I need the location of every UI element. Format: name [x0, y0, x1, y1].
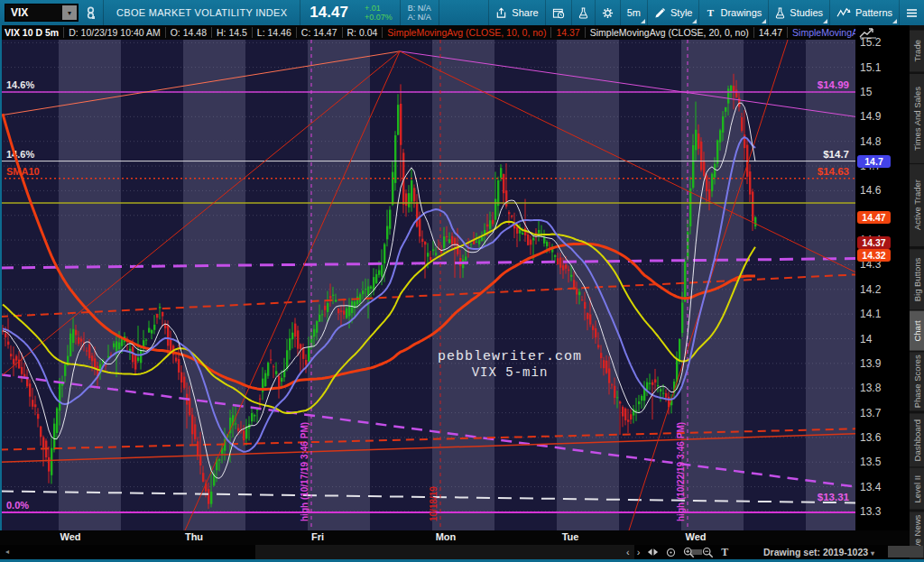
ask-value: A: N/A — [408, 13, 431, 22]
price-tick: 13.4 — [860, 481, 881, 493]
gadget-tab-dashboard[interactable]: Dashboard — [910, 413, 924, 466]
watermark-line2: VIX 5-min — [472, 365, 549, 380]
zoom-in-icon[interactable] — [683, 547, 695, 558]
price-tick: 15.1 — [860, 61, 881, 74]
chart-header: VIX 10 D 5m D: 10/23/19 10:40 AMO: 14.48… — [0, 25, 855, 40]
gear-icon — [602, 7, 614, 19]
level-label-left: 0.0% — [6, 500, 29, 511]
level-label-left: 14.6% — [6, 79, 34, 90]
drawing-set-label: Drawing set: 2019-1023 — [763, 547, 868, 557]
zoom-out-icon[interactable] — [702, 547, 714, 558]
study-value: 14.47 — [754, 27, 788, 38]
price-tick: 13.9 — [860, 357, 881, 370]
change-percent: +0.07% — [365, 13, 393, 22]
hamburger-icon — [906, 8, 918, 18]
toolbar-buttons: Share5mStyleTDrawingsStudiesPatterns — [488, 0, 924, 25]
pattern-icon — [836, 7, 851, 19]
symbol-dropdown-button[interactable]: ▾ — [62, 5, 77, 20]
thinkorswim-chart-window: { "icons": { "dropdown_arrow": "▾", "pan… — [0, 0, 924, 562]
timeframe-button[interactable]: 5m — [620, 0, 647, 25]
level-label-right: $14.99 — [818, 79, 849, 90]
brush-icon — [654, 7, 666, 19]
symbol-description: CBOE MARKET VOLATILITY INDEX — [104, 7, 300, 18]
symbol-value: VIX — [5, 6, 62, 19]
calendar-clock-icon — [552, 7, 565, 19]
price-annotation: $13.31 — [818, 492, 850, 502]
ohlc-field: D: 10/23/19 10:40 AM — [64, 27, 166, 38]
pan-left-icon[interactable]: ◂ — [5, 548, 9, 556]
study-value: 14.37 — [551, 27, 585, 38]
button-label: Patterns — [855, 7, 892, 18]
level-label-right: $14.7 — [823, 149, 849, 160]
drawings-button[interactable]: TDrawings — [698, 0, 768, 25]
price-badge: 14.7 — [857, 155, 891, 168]
studies-button[interactable]: Studies — [768, 0, 829, 25]
step-right-icon[interactable]: › — [637, 546, 641, 558]
calendar-button[interactable] — [545, 0, 571, 25]
price-tick: 14.1 — [860, 308, 881, 320]
patterns-button[interactable]: Patterns — [829, 0, 899, 25]
ohlc-field: R: 0.04 — [343, 27, 383, 38]
crosshair-icon[interactable] — [666, 548, 676, 557]
time-axis-label: Wed — [685, 531, 706, 542]
time-axis[interactable]: WedThuFriMonTueWed — [0, 530, 910, 545]
gadget-tab-chart[interactable]: Chart — [910, 311, 924, 351]
price-tick: 13.6 — [860, 431, 881, 444]
price-change: +.01 +0.07% — [357, 4, 400, 22]
price-badge: 14.37 — [857, 236, 891, 249]
ohlc-field: C: 14.47 — [297, 27, 343, 38]
time-axis-label: Fri — [311, 531, 324, 542]
gadget-tab-active-trader[interactable]: Active Trader — [910, 164, 924, 246]
share-button[interactable]: Share — [488, 0, 544, 25]
gadget-tab-times-and-sales[interactable]: Times And Sales — [910, 74, 924, 163]
price-tick: 13.5 — [860, 456, 881, 468]
price-tick: 14.9 — [860, 110, 881, 123]
price-axis[interactable]: 15.215.11514.914.814.714.614.514.414.314… — [855, 25, 910, 545]
horizontal-scrollbar[interactable] — [255, 545, 634, 559]
vertical-marker-label: high (10/17/19 3:46 PM) — [300, 422, 310, 521]
study-label: SimpleMovingAvg (CLOSE, 20, 0, no) — [586, 27, 754, 38]
analyze-button[interactable] — [571, 0, 595, 25]
gadget-tab-phase-scores[interactable]: Phase Scores — [910, 352, 924, 410]
chart-bottom-toolbar: ◂ ‹›T Drawing set: 2019-1023 ▾ — [0, 545, 910, 559]
symbol-input[interactable]: VIX ▾ — [5, 4, 79, 22]
ohlc-field: L: 14.46 — [253, 27, 297, 38]
gadget-tab-strip: TradeTimes And SalesActive TraderBig But… — [910, 25, 924, 559]
divider — [439, 0, 439, 25]
watermark-line1: pebblewriter.com — [438, 349, 582, 364]
flask-icon — [578, 7, 588, 19]
study-labels: SimpleMovingAvg (CLOSE, 10, 0, no)14.37S… — [383, 27, 855, 38]
settings-button[interactable] — [595, 0, 620, 25]
price-tick: 13.8 — [860, 382, 881, 394]
time-axis-label: Thu — [185, 531, 203, 542]
session-band — [308, 40, 370, 530]
time-axis-label: Mon — [436, 531, 457, 542]
gadget-tab-trade[interactable]: Trade — [910, 31, 924, 72]
text-tool-icon[interactable]: T — [721, 546, 728, 559]
scrollbar-corner — [888, 546, 923, 557]
session-band — [183, 40, 245, 530]
style-button[interactable]: Style — [647, 0, 698, 25]
vertical-marker-label: high (10/22/19 3:46 PM) — [676, 422, 686, 521]
button-label: Style — [670, 7, 692, 18]
chart-toolbar: VIX ▾ CBOE MARKET VOLATILITY INDEX 14.47… — [0, 0, 924, 25]
last-price: 14.47 — [300, 4, 357, 22]
button-label: Share — [512, 7, 538, 18]
price-tick: 14.6 — [860, 184, 881, 197]
gadget-tab-big-buttons[interactable]: Big Buttons — [910, 249, 924, 309]
symbol-link-icon[interactable] — [79, 6, 103, 20]
price-badge: 14.47 — [857, 211, 891, 224]
double-arrow-icon[interactable] — [647, 548, 659, 557]
ohlc-field: H: 14.5 — [212, 27, 253, 38]
dropdown-arrow-icon: ▾ — [871, 549, 874, 557]
price-chart[interactable]: 14.6%$14.9914.6%$14.7SMA10$14.630.0%high… — [0, 40, 855, 530]
drawing-set-selector[interactable]: Drawing set: 2019-1023 ▾ — [763, 547, 874, 557]
menu-button[interactable] — [899, 0, 924, 25]
level-label-left: SMA10 — [6, 166, 40, 177]
level-label-left: 14.6% — [6, 149, 34, 160]
price-tick: 15 — [860, 86, 872, 98]
gadget-tab-level-ii[interactable]: Level II — [910, 468, 924, 510]
button-label: 5m — [627, 7, 641, 18]
step-left-icon[interactable]: ‹ — [626, 546, 630, 558]
price-badge: 14.32 — [857, 249, 891, 262]
